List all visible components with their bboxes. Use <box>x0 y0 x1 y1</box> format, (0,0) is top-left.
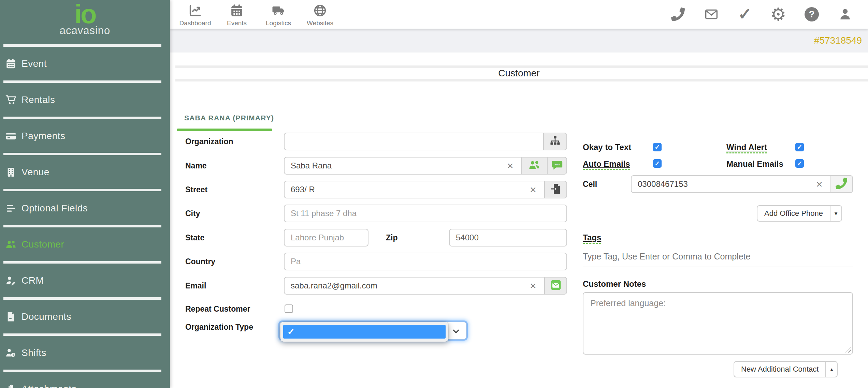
users-icon <box>5 239 17 250</box>
sidebar-item-attachments[interactable]: Attachments <box>0 372 170 388</box>
panel-divider-bottom <box>175 79 868 81</box>
user-icon[interactable] <box>837 6 853 22</box>
sidebar-divider <box>3 189 161 191</box>
name-input[interactable] <box>284 157 522 175</box>
mail-icon[interactable] <box>704 6 719 22</box>
wind-alert-checkbox[interactable] <box>795 143 804 151</box>
sidebar-divider <box>3 261 161 264</box>
caret-down-icon[interactable]: ▾ <box>830 206 841 221</box>
state-input[interactable] <box>284 229 368 247</box>
brand-name: acavasino <box>0 25 170 37</box>
sidebar-item-label: Customer <box>21 239 64 250</box>
organization-type-label: Organization Type <box>185 318 253 336</box>
page-title: Customer <box>170 68 868 79</box>
sidebar-item-documents[interactable]: Documents <box>0 300 170 333</box>
caret-up-icon[interactable]: ▴ <box>825 362 837 377</box>
email-input[interactable] <box>284 277 545 295</box>
sidebar-item-optional-fields[interactable]: Optional Fields <box>0 191 170 225</box>
name-label: Name <box>185 157 207 175</box>
sidebar: io acavasino Event Rentals Payments <box>0 0 170 388</box>
calendar-icon <box>5 58 17 70</box>
organization-type-dropdown: ✓ <box>280 322 448 342</box>
city-label: City <box>185 205 200 222</box>
customer-notes-textarea[interactable]: Preferred language: <box>583 292 853 355</box>
country-input[interactable] <box>284 253 567 270</box>
auto-emails-checkbox[interactable] <box>653 159 662 168</box>
document-icon <box>5 311 17 323</box>
cell-label: Cell <box>583 175 597 193</box>
help-icon[interactable]: ? <box>804 6 820 22</box>
sidebar-item-label: Attachments <box>21 384 76 388</box>
sidebar-item-label: Payments <box>21 131 66 141</box>
top-navigation: Dashboard Events Logistics Websites <box>170 0 868 29</box>
sidebar-item-shifts[interactable]: Shifts <box>0 336 170 370</box>
tab-primary-contact[interactable]: SABA RANA (PRIMARY) <box>184 114 274 122</box>
sidebar-divider <box>3 153 161 155</box>
check-icon[interactable]: ✓ <box>737 6 753 22</box>
street-label: Street <box>185 181 207 198</box>
tab-active-indicator <box>177 129 272 131</box>
clear-email-icon[interactable]: × <box>530 277 536 295</box>
people-icon <box>529 159 540 172</box>
organization-lookup-button[interactable] <box>543 133 567 150</box>
new-additional-contact-button[interactable]: New Additional Contact ▴ <box>734 361 838 377</box>
tags-input[interactable] <box>583 246 853 267</box>
nav-label: Websites <box>307 19 333 27</box>
zip-input[interactable] <box>449 229 567 247</box>
sidebar-item-label: Documents <box>21 311 71 322</box>
top-right-actions: ✓ ⚙ ? <box>670 6 868 22</box>
city-input[interactable] <box>284 205 567 222</box>
sidebar-divider <box>3 297 161 300</box>
calendar-icon <box>230 4 244 19</box>
contacts-button[interactable] <box>521 157 548 175</box>
sidebar-item-label: CRM <box>21 275 44 286</box>
record-id-bar: #57318549 <box>170 29 868 53</box>
organization-input[interactable] <box>284 133 544 150</box>
paperclip-icon <box>5 383 17 388</box>
top-nav-items: Dashboard Events Logistics Websites <box>170 2 338 27</box>
sidebar-item-event[interactable]: Event <box>0 47 170 80</box>
manual-emails-label: Manual Emails <box>726 155 783 173</box>
manual-emails-checkbox[interactable] <box>795 159 804 168</box>
sidebar-item-crm[interactable]: CRM <box>0 264 170 297</box>
clear-cell-icon[interactable]: × <box>816 175 823 193</box>
street-input[interactable] <box>284 181 545 198</box>
send-email-button[interactable] <box>544 277 567 295</box>
nav-label: Logistics <box>266 19 291 27</box>
sidebar-divider <box>3 117 161 119</box>
nav-dashboard[interactable]: Dashboard <box>177 2 213 27</box>
sitemap-icon <box>549 135 561 148</box>
auto-emails-label: Auto Emails <box>583 155 630 173</box>
nav-websites[interactable]: Websites <box>302 2 338 27</box>
nav-logistics[interactable]: Logistics <box>261 2 296 27</box>
gear-icon[interactable]: ⚙ <box>770 6 786 22</box>
sidebar-divider <box>3 80 161 83</box>
sidebar-item-label: Rentals <box>21 94 55 105</box>
clear-name-icon[interactable]: × <box>507 157 513 175</box>
building-icon <box>5 166 17 178</box>
sidebar-item-payments[interactable]: Payments <box>0 119 170 153</box>
truck-icon <box>272 4 285 19</box>
record-id: #57318549 <box>814 29 862 53</box>
sms-bubble-icon: SMS <box>551 159 563 172</box>
clear-street-icon[interactable]: × <box>530 181 536 198</box>
call-cell-button[interactable] <box>830 175 853 193</box>
sms-button[interactable]: SMS <box>547 157 567 175</box>
repeat-customer-checkbox[interactable] <box>285 304 293 313</box>
copy-address-button[interactable] <box>544 181 567 198</box>
list-icon <box>5 203 17 214</box>
sidebar-item-rentals[interactable]: Rentals <box>0 83 170 117</box>
cell-input[interactable] <box>631 175 830 193</box>
nav-events[interactable]: Events <box>219 2 255 27</box>
okay-to-text-checkbox[interactable] <box>653 143 662 151</box>
nav-label: Dashboard <box>179 19 211 27</box>
phone-icon[interactable] <box>670 6 686 22</box>
sidebar-item-venue[interactable]: Venue <box>0 155 170 189</box>
repeat-customer-label: Repeat Customer <box>185 300 250 318</box>
sidebar-item-label: Optional Fields <box>21 203 88 214</box>
add-office-phone-button[interactable]: Add Office Phone ▾ <box>757 205 842 222</box>
credit-card-icon <box>5 130 17 142</box>
sidebar-item-customer[interactable]: Customer <box>0 227 170 261</box>
dropdown-option-selected[interactable]: ✓ <box>283 325 446 339</box>
organization-label: Organization <box>185 133 233 150</box>
